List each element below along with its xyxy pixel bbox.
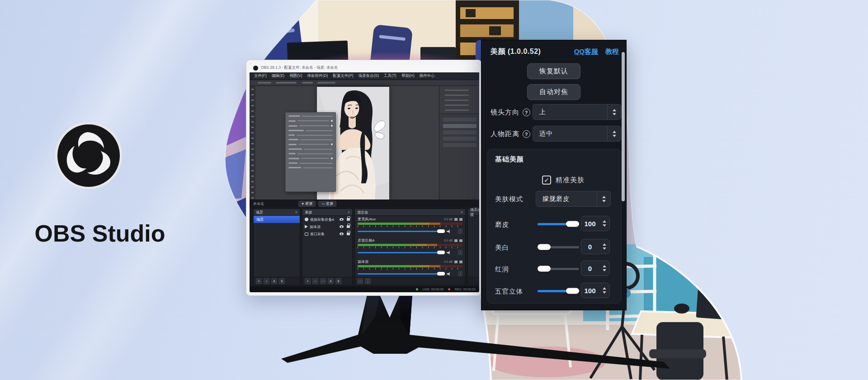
channel-options-button[interactable]: ⋮: [458, 271, 462, 276]
dock-menu-icon[interactable]: ≡: [295, 210, 297, 214]
lock-icon[interactable]: [347, 225, 350, 228]
lens-direction-select[interactable]: 上: [533, 104, 621, 120]
layers-panel: [439, 114, 479, 200]
whitening-label: 美白: [495, 243, 509, 252]
source-properties-button[interactable]: ⋯: [320, 278, 326, 284]
select-chevrons-icon[interactable]: [607, 104, 621, 119]
smoothing-slider[interactable]: [538, 221, 579, 227]
visibility-icon[interactable]: [340, 218, 344, 221]
person-distance-select[interactable]: 适中: [533, 126, 621, 142]
mute-icon[interactable]: [454, 239, 458, 242]
scenes-toolbar: + − ∧ ∨: [254, 277, 300, 285]
transitions-dock: 场景过渡: [467, 209, 479, 285]
right-panels: [439, 86, 479, 200]
volume-slider[interactable]: ⋮: [358, 250, 462, 255]
panel-scrollbar[interactable]: [622, 52, 625, 201]
menu-profile[interactable]: 配置文件(P): [333, 73, 353, 79]
slider-handle[interactable]: [538, 244, 551, 250]
menu-scene-collection[interactable]: 场景集合(S): [359, 73, 379, 79]
smoothing-value[interactable]: 100: [581, 216, 610, 231]
qq-support-link[interactable]: QQ客服: [574, 48, 598, 56]
menu-plugin-center[interactable]: 插件中心: [420, 73, 435, 79]
remove-source-button[interactable]: −: [312, 278, 318, 284]
settings-icon[interactable]: [459, 261, 462, 263]
whitening-value[interactable]: 0: [581, 239, 610, 254]
rosy-label: 红润: [495, 265, 509, 274]
volume-handle[interactable]: [437, 272, 445, 276]
stepper-icon[interactable]: [603, 216, 606, 231]
slider-handle[interactable]: [538, 266, 551, 271]
volume-slider[interactable]: ⋮: [358, 271, 462, 276]
channel-options-button[interactable]: ⋮: [458, 228, 462, 234]
add-scene-button[interactable]: +: [256, 278, 262, 284]
panel-title: 美颜 (1.0.0.52): [491, 47, 541, 57]
autofocus-button[interactable]: 自动对焦: [527, 84, 580, 100]
checkbox-label: 精准美肤: [556, 176, 585, 185]
mute-icon[interactable]: [454, 218, 458, 221]
preview-tab-bar: 未命名 ◈横屏 ▭竖屏: [250, 200, 479, 208]
speaker-icon[interactable]: [447, 251, 451, 255]
obs-app-icon: [253, 66, 258, 71]
settings-icon[interactable]: [459, 239, 462, 242]
menu-edit[interactable]: 编辑(E): [272, 73, 284, 79]
whitening-slider[interactable]: [538, 244, 579, 250]
speaker-icon[interactable]: [447, 272, 451, 276]
channel-options-button[interactable]: ⋮: [458, 250, 462, 255]
tutorial-link[interactable]: 教程: [605, 48, 619, 56]
stepper-icon[interactable]: [603, 239, 606, 254]
source-item[interactable]: 窗口采集: [302, 230, 352, 238]
source-up-button[interactable]: ∧: [328, 278, 334, 284]
speaker-icon[interactable]: [447, 229, 451, 233]
stepper-icon[interactable]: [603, 283, 606, 298]
source-down-button[interactable]: ∨: [335, 278, 341, 284]
tab-portrait[interactable]: ▭竖屏: [318, 201, 336, 207]
lock-icon[interactable]: [347, 218, 350, 221]
rosy-value[interactable]: 0: [581, 261, 610, 276]
add-source-button[interactable]: +: [305, 278, 311, 284]
visibility-icon[interactable]: [340, 225, 344, 228]
filter-settings-dialog[interactable]: [285, 112, 336, 192]
select-chevrons-icon[interactable]: [597, 191, 610, 206]
scene-up-button[interactable]: ∧: [271, 278, 277, 284]
face-3d-slider[interactable]: [538, 288, 579, 294]
media-source-icon: [305, 225, 308, 228]
face-3d-label: 五官立体: [495, 287, 523, 296]
menu-file[interactable]: 文件(F): [254, 73, 267, 79]
settings-icon[interactable]: [459, 218, 462, 221]
visibility-icon[interactable]: [340, 233, 344, 235]
mute-icon[interactable]: [454, 261, 458, 263]
volume-slider[interactable]: ⋮: [358, 228, 462, 234]
mixer-filters-button[interactable]: ⋯: [357, 278, 363, 284]
mixer-advanced-button[interactable]: ⋮: [365, 278, 371, 284]
precise-skin-checkbox[interactable]: ✓: [542, 176, 551, 185]
tab-landscape[interactable]: ◈横屏: [298, 201, 316, 207]
source-item[interactable]: 媒体源: [302, 223, 352, 230]
stepper-icon[interactable]: [603, 261, 606, 276]
canvas-area: [255, 86, 439, 200]
menu-docks[interactable]: 停靠部件(D): [307, 73, 328, 79]
rosy-slider[interactable]: [538, 266, 579, 271]
dock-menu-icon[interactable]: ≡: [348, 210, 350, 214]
dock-area: 场景≡ 场景 + − ∧ ∨ 来源≡ 视频采集设备A: [250, 208, 479, 286]
source-item[interactable]: 视频采集设备A: [302, 216, 352, 223]
skin-mode-label: 美肤模式: [495, 195, 523, 204]
help-icon[interactable]: ?: [523, 109, 530, 116]
volume-handle[interactable]: [437, 229, 445, 233]
menu-tools[interactable]: 工具(T): [384, 73, 396, 79]
lock-icon[interactable]: [347, 233, 350, 235]
select-chevrons-icon[interactable]: [607, 126, 621, 141]
face-3d-value[interactable]: 100: [581, 283, 610, 298]
dock-menu-icon[interactable]: ≡: [461, 210, 463, 214]
restore-default-button[interactable]: 恢复默认: [527, 63, 580, 79]
skin-mode-select[interactable]: 朦胧磨皮: [536, 191, 611, 207]
scene-item-selected[interactable]: 场景: [254, 216, 300, 223]
scene-down-button[interactable]: ∨: [279, 278, 285, 284]
menu-help[interactable]: 帮助(H): [401, 73, 415, 79]
remove-scene-button[interactable]: −: [264, 278, 269, 284]
slider-handle[interactable]: [566, 221, 579, 227]
slider-handle[interactable]: [566, 288, 579, 294]
promo-canvas: OBS Studio OBS 29.1.3 - 配置文件: 未命名 - 场景: …: [0, 0, 868, 380]
menu-view[interactable]: 视图(V): [289, 73, 302, 79]
volume-handle[interactable]: [437, 251, 445, 254]
help-icon[interactable]: ?: [523, 130, 530, 138]
